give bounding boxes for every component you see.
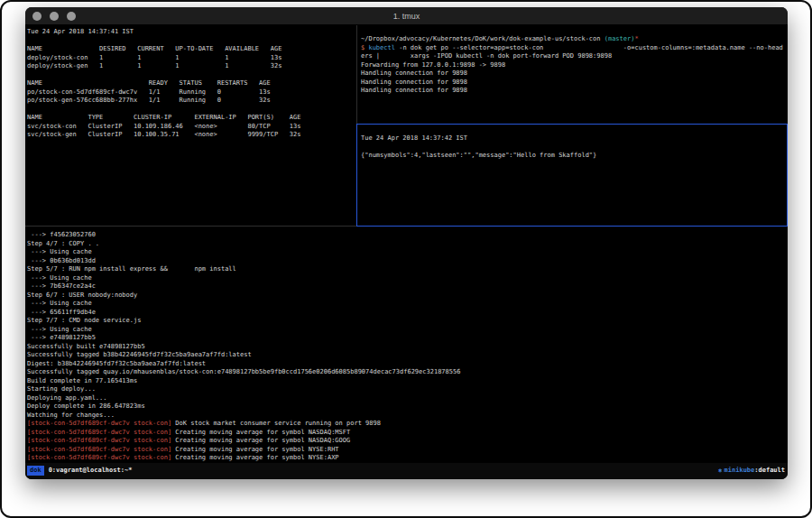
terminal-line: ---> 7b6347ce2a4c [27, 282, 460, 291]
session-badge[interactable]: dok [27, 466, 44, 476]
terminal-line: {"numsymbols":4,"lastseen":"","message":… [361, 152, 596, 161]
pane-skaffold-build[interactable]: ---> f45623052760Step 4/7 : COPY . . ---… [27, 231, 460, 463]
pane-port-forward[interactable]: ~/Dropbox/advocacy/Kubernetes/DoK/work/d… [361, 35, 783, 96]
terminal-line: Successfully built e74898127bb5 [27, 343, 460, 352]
tmux-terminal: Tue 24 Apr 2018 14:37:41 ISTNAME DESIRED… [25, 25, 788, 463]
helm-icon: ⎈ [718, 467, 723, 475]
minimize-button-icon[interactable] [50, 12, 59, 21]
terminal-line: [stock-con-5d7df689cf-dwc7v stock-con] C… [27, 437, 460, 446]
terminal-line: ---> Using cache [27, 326, 460, 335]
terminal-line: Tue 24 Apr 2018 14:37:42 IST [361, 134, 596, 143]
terminal-line: Deploying app.yaml... [27, 394, 460, 403]
terminal-line: Successfully tagged b38b42246945fd7f32c5… [27, 351, 460, 360]
terminal-line: Digest: b38b42246945fd7f32c5ba9aea7af7fd… [27, 360, 460, 369]
pane-border-horizontal[interactable] [25, 226, 356, 227]
terminal-line: [stock-con-5d7df689cf-dwc7v stock-con] C… [27, 429, 460, 438]
terminal-line: ---> 0b636bd013dd [27, 257, 460, 266]
terminal-line: NAME READY STATUS RESTARTS AGE [27, 79, 300, 88]
terminal-line: ers | xargs -IPOD kubectl -n dok port-fo… [361, 52, 783, 61]
terminal-line: Build complete in 77.165413ms [27, 377, 460, 386]
terminal-line [27, 71, 300, 80]
terminal-window: 1. tmux Tue 24 Apr 2018 14:37:41 ISTNAME… [25, 7, 788, 479]
terminal-line: Forwarding from 127.0.0.1:9898 -> 9898 [361, 61, 783, 70]
terminal-line: ---> f45623052760 [27, 231, 460, 240]
terminal-line: Tue 24 Apr 2018 14:37:41 IST [27, 28, 300, 37]
terminal-line: Step 5/7 : RUN npm install express && np… [27, 265, 460, 274]
terminal-line: Deploy complete in 286.647823ms [27, 402, 460, 412]
terminal-line: ---> e74898127bb5 [27, 334, 460, 343]
terminal-line: NAME TYPE CLUSTER-IP EXTERNAL-IP PORT(S)… [27, 114, 300, 123]
terminal-line: ~/Dropbox/advocacy/Kubernetes/DoK/work/d… [361, 35, 783, 44]
traffic-lights [32, 7, 76, 25]
terminal-line: Step 4/7 : COPY . . [27, 240, 460, 249]
terminal-line: $ kubectl -n dok get po --selector=app=s… [361, 44, 783, 53]
status-right: ⎈ minikube :default [718, 467, 785, 475]
terminal-line: svc/stock-gen ClusterIP 10.100.35.71 <no… [27, 131, 300, 140]
terminal-line [361, 143, 596, 153]
terminal-line: ---> 65611ff9db4e [27, 309, 460, 318]
terminal-line: Starting deploy... [27, 385, 460, 394]
terminal-line: Handling connection for 9898 [361, 69, 783, 79]
terminal-line: ---> Using cache [27, 274, 460, 283]
terminal-line: Successfully tagged quay.io/mhausenblas/… [27, 368, 460, 377]
pane-border-vertical[interactable] [356, 25, 357, 125]
close-button-icon[interactable] [32, 12, 42, 21]
terminal-line: Watching for changes... [27, 412, 460, 421]
terminal-line: po/stock-con-5d7df689cf-dwc7v 1/1 Runnin… [27, 88, 300, 97]
terminal-line: Handling connection for 9898 [361, 87, 783, 96]
tmux-status-bar: dok 0:vagrant@localhost:~* ⎈ minikube :d… [25, 463, 788, 479]
terminal-line [27, 106, 300, 115]
kube-context: minikube [724, 467, 755, 474]
kube-namespace: :default [754, 467, 785, 474]
window-titlebar[interactable]: 1. tmux [25, 7, 788, 25]
terminal-line: deploy/stock-gen 1 1 1 1 32s [27, 62, 300, 71]
terminal-line: svc/stock-con ClusterIP 10.109.186.46 <n… [27, 123, 300, 132]
terminal-line: [stock-con-5d7df689cf-dwc7v stock-con] D… [27, 420, 460, 429]
terminal-line: [stock-con-5d7df689cf-dwc7v stock-con] C… [27, 446, 460, 455]
zoom-button-icon[interactable] [67, 12, 76, 21]
terminal-line: Step 6/7 : USER nobody:nobody [27, 291, 460, 301]
terminal-line: ---> Using cache [27, 300, 460, 309]
window-title: 1. tmux [393, 12, 420, 21]
pane-curl-output[interactable]: Tue 24 Apr 2018 14:37:42 IST{"numsymbols… [361, 134, 596, 161]
terminal-line [27, 37, 300, 46]
terminal-line: Handling connection for 9898 [361, 79, 783, 88]
window-name-item[interactable]: 0:vagrant@localhost:~* [49, 467, 133, 474]
terminal-line: ---> Using cache [27, 248, 460, 257]
pane-kubectl-resources[interactable]: Tue 24 Apr 2018 14:37:41 ISTNAME DESIRED… [27, 28, 300, 140]
terminal-line: Step 7/7 : CMD node service.js [27, 317, 460, 326]
screenshot-page: 1. tmux Tue 24 Apr 2018 14:37:41 ISTNAME… [0, 0, 812, 518]
terminal-line: po/stock-gen-576cc688bb-277hx 1/1 Runnin… [27, 97, 300, 106]
terminal-line: [stock-con-5d7df689cf-dwc7v stock-con] C… [27, 454, 460, 463]
terminal-line: NAME DESIRED CURRENT UP-TO-DATE AVAILABL… [27, 45, 300, 54]
terminal-line: deploy/stock-con 1 1 1 1 13s [27, 54, 300, 63]
